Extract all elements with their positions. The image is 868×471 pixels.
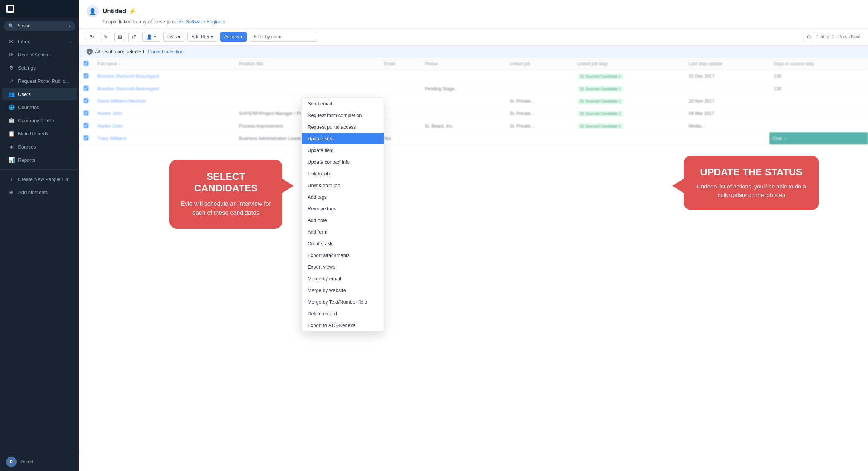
sidebar-search-label: Person — [16, 23, 30, 29]
page-header-top: 👤 Untitled ⚡ — [87, 5, 860, 17]
add-person-button[interactable]: 👤 + — [142, 32, 160, 42]
svg-rect-2 — [8, 9, 10, 11]
table-settings-button[interactable]: ⚙ — [804, 32, 814, 42]
sidebar-item-countries[interactable]: 🌐 Countries — [2, 101, 77, 114]
sidebar-divider — [0, 169, 79, 170]
th-position[interactable]: Position title — [235, 58, 379, 70]
records-icon: 📋 — [8, 131, 14, 137]
sidebar-item-users[interactable]: 👥 Users — [2, 88, 77, 100]
toolbar-right: ⚙ 1-50 of 1 · Prev · Next — [804, 32, 860, 42]
dropdown-item-remove-tags[interactable]: Remove tags — [302, 203, 384, 214]
logo-icon — [6, 5, 14, 13]
edit-button[interactable]: ✎ — [101, 32, 111, 42]
dropdown-item-request-form[interactable]: Request form completion — [302, 109, 384, 121]
subtitle-link[interactable]: Sr. Software Engineer — [178, 19, 226, 24]
row-linked-job — [505, 83, 573, 95]
th-linked-job[interactable]: Linked job — [505, 58, 573, 70]
sidebar-item-new-list-label: Create New People List — [18, 176, 70, 182]
sidebar-item-settings[interactable]: ⚙ Settings — [2, 61, 77, 74]
row-name: Hunter John — [93, 108, 235, 120]
subtitle-prefix: People linked to any of these jobs: — [102, 19, 177, 24]
sidebar: 🔍 Person ▾ ✉ Inbox › ⟳ Recent Actions ⚙ … — [0, 0, 79, 471]
sidebar-item-add-elements[interactable]: ⊕ Add elements — [2, 186, 77, 199]
row-linked-job — [505, 70, 573, 83]
row-check[interactable] — [79, 70, 93, 83]
row-linked-job-step: 01 Sourced Candidate 1 — [573, 108, 684, 120]
dropdown-item-link-job[interactable]: Link to job — [302, 168, 384, 179]
row-check[interactable] — [79, 132, 93, 145]
row-last-step: 09 Mar 2017 — [684, 108, 769, 120]
select-all-checkbox[interactable] — [84, 61, 88, 66]
th-last-step[interactable]: Last step update — [684, 58, 769, 70]
dropdown-item-merge-website[interactable]: Merge by website — [302, 284, 384, 296]
row-check[interactable] — [79, 108, 93, 120]
users-icon: 👥 — [8, 91, 14, 97]
dropdown-item-request-portal[interactable]: Request portal access — [302, 121, 384, 133]
sidebar-nav: ✉ Inbox › ⟳ Recent Actions ⚙ Settings ↗ … — [0, 35, 79, 453]
dropdown-item-export-views[interactable]: Export views — [302, 261, 384, 273]
add-filter-button[interactable]: Add filter ▾ — [187, 32, 217, 42]
dropdown-item-add-tags[interactable]: Add tags — [302, 191, 384, 203]
sidebar-item-records-label: Main Records — [18, 131, 48, 137]
undo-button[interactable]: ↺ — [128, 32, 139, 42]
dropdown-item-update-step[interactable]: Update step — [302, 133, 384, 144]
row-linked-job-step — [573, 132, 684, 145]
lists-button[interactable]: Lists ▾ — [163, 32, 184, 42]
page-title-text: Untitled — [102, 8, 126, 15]
row-phone: Sr. Beard, Inc. — [420, 120, 505, 132]
row-last-step — [684, 83, 769, 95]
sidebar-item-sources[interactable]: ◈ Sources — [2, 140, 77, 153]
dropdown-item-merge-text[interactable]: Merge by Text/Number field — [302, 296, 384, 308]
row-days — [769, 95, 868, 108]
dropdown-item-create-task[interactable]: Create task — [302, 238, 384, 249]
sidebar-item-new-list[interactable]: + Create New People List — [2, 173, 77, 185]
sidebar-item-portal[interactable]: ↗ Request Portal Public... — [2, 74, 77, 87]
grid-button[interactable]: ⊞ — [114, 32, 125, 42]
actions-dropdown: Send email Request form completion Reque… — [301, 97, 384, 331]
filter-input[interactable] — [250, 32, 317, 42]
dropdown-item-update-contact[interactable]: Update contact info — [302, 156, 384, 168]
row-email — [379, 70, 420, 83]
row-check[interactable] — [79, 95, 93, 108]
th-days[interactable]: Days in current step — [769, 58, 868, 70]
row-phone — [420, 132, 505, 145]
dropdown-item-add-note[interactable]: Add note — [302, 214, 384, 226]
th-phone[interactable]: Phone — [420, 58, 505, 70]
callout-right-title: UPDATE THE STATUS — [695, 166, 808, 178]
row-linked-job-step: 01 Sourced Candidate 1 — [573, 95, 684, 108]
dropdown-item-unlink-job[interactable]: Unlink from job — [302, 179, 384, 191]
sidebar-item-company[interactable]: 🏢 Company Profile — [2, 114, 77, 127]
row-phone — [420, 95, 505, 108]
sidebar-item-records[interactable]: 📋 Main Records — [2, 127, 77, 140]
dropdown-item-export-ats[interactable]: Export to ATS-Kenexa — [302, 319, 384, 331]
sidebar-item-recent-actions[interactable]: ⟳ Recent Actions — [2, 48, 77, 61]
dropdown-item-merge-email[interactable]: Merge by email — [302, 273, 384, 284]
sidebar-item-reports[interactable]: 📊 Reports — [2, 153, 77, 166]
cancel-selection-link[interactable]: Cancel selection. — [148, 49, 185, 55]
row-check[interactable] — [79, 120, 93, 132]
dropdown-item-delete-record[interactable]: Delete record — [302, 308, 384, 319]
svg-rect-1 — [10, 6, 13, 9]
th-linked-job-step[interactable]: Linked job step — [573, 58, 684, 70]
sidebar-item-add-elements-label: Add elements — [18, 190, 48, 195]
app-layout: 🔍 Person ▾ ✉ Inbox › ⟳ Recent Actions ⚙ … — [0, 0, 868, 471]
dropdown-item-update-field[interactable]: Update field — [302, 144, 384, 156]
refresh-button[interactable]: ↻ — [87, 32, 97, 42]
sidebar-item-sources-label: Sources — [18, 144, 36, 150]
company-icon: 🏢 — [8, 117, 14, 123]
row-check[interactable] — [79, 83, 93, 95]
row-linked-job — [505, 132, 573, 145]
selection-text: All results are selected. — [95, 49, 145, 55]
th-full-name[interactable]: Full name ↕ — [93, 58, 235, 70]
row-days — [769, 120, 868, 132]
dropdown-item-export-attachments[interactable]: Export attachments — [302, 249, 384, 261]
page-avatar: 👤 — [87, 5, 99, 17]
sidebar-item-inbox[interactable]: ✉ Inbox › — [2, 35, 77, 48]
dropdown-item-send-email[interactable]: Send email — [302, 98, 384, 109]
dropdown-item-add-form[interactable]: Add form — [302, 226, 384, 238]
sidebar-search[interactable]: 🔍 Person ▾ — [4, 21, 75, 31]
row-linked-job: Sr. Private... — [505, 120, 573, 132]
actions-button[interactable]: Actions ▾ — [220, 32, 247, 42]
th-email[interactable]: Email — [379, 58, 420, 70]
row-last-step: 20 Nov 2017 — [684, 95, 769, 108]
